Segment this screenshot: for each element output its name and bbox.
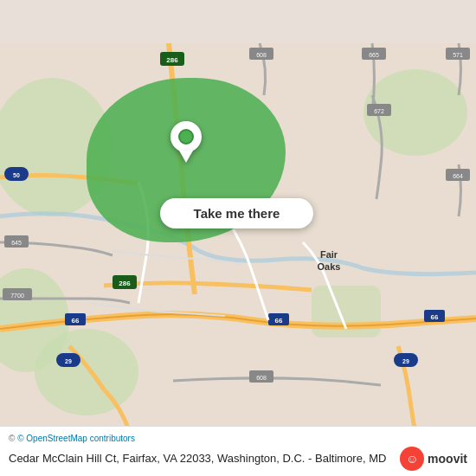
moovit-brand-name: moovit xyxy=(428,452,467,466)
svg-text:7700: 7700 xyxy=(10,293,24,299)
svg-text:664: 664 xyxy=(453,173,463,179)
map-roads-layer: 66 66 66 286 608 665 571 50 672 664 xyxy=(0,0,476,476)
address-text: Cedar McClain Hill Ct, Fairfax, VA 22033… xyxy=(9,452,393,466)
pin-icon xyxy=(170,121,202,152)
svg-text:672: 672 xyxy=(374,108,384,114)
svg-text:665: 665 xyxy=(369,52,379,58)
svg-text:645: 645 xyxy=(11,240,22,246)
svg-text:286: 286 xyxy=(166,56,178,64)
svg-text:608: 608 xyxy=(256,52,267,58)
svg-text:66: 66 xyxy=(275,317,283,325)
pin-tail xyxy=(179,151,193,163)
svg-text:Fair: Fair xyxy=(320,249,338,260)
svg-text:Oaks: Oaks xyxy=(318,261,341,272)
svg-text:66: 66 xyxy=(431,313,439,321)
copyright-symbol: © xyxy=(9,434,15,443)
moovit-icon-face: ☺ xyxy=(406,452,418,466)
svg-text:286: 286 xyxy=(119,280,131,287)
address-row: Cedar McClain Hill Ct, Fairfax, VA 22033… xyxy=(9,447,467,471)
svg-text:29: 29 xyxy=(65,358,72,364)
take-me-there-button[interactable]: Take me there xyxy=(160,198,313,228)
svg-text:571: 571 xyxy=(453,52,463,58)
svg-text:608: 608 xyxy=(256,375,267,381)
moovit-icon: ☺ xyxy=(400,447,424,471)
map-credit: © © OpenStreetMap contributors xyxy=(9,434,467,443)
svg-text:29: 29 xyxy=(402,358,409,364)
svg-text:50: 50 xyxy=(13,172,20,178)
svg-point-4 xyxy=(35,329,138,415)
bottom-bar: © © OpenStreetMap contributors Cedar McC… xyxy=(0,426,476,476)
osm-link[interactable]: © OpenStreetMap contributors xyxy=(17,434,135,443)
svg-text:66: 66 xyxy=(72,317,80,325)
map-container: 66 66 66 286 608 665 571 50 672 664 xyxy=(0,0,476,476)
moovit-logo[interactable]: ☺ moovit xyxy=(400,447,467,471)
svg-rect-5 xyxy=(312,286,381,338)
map-pin xyxy=(170,121,202,163)
